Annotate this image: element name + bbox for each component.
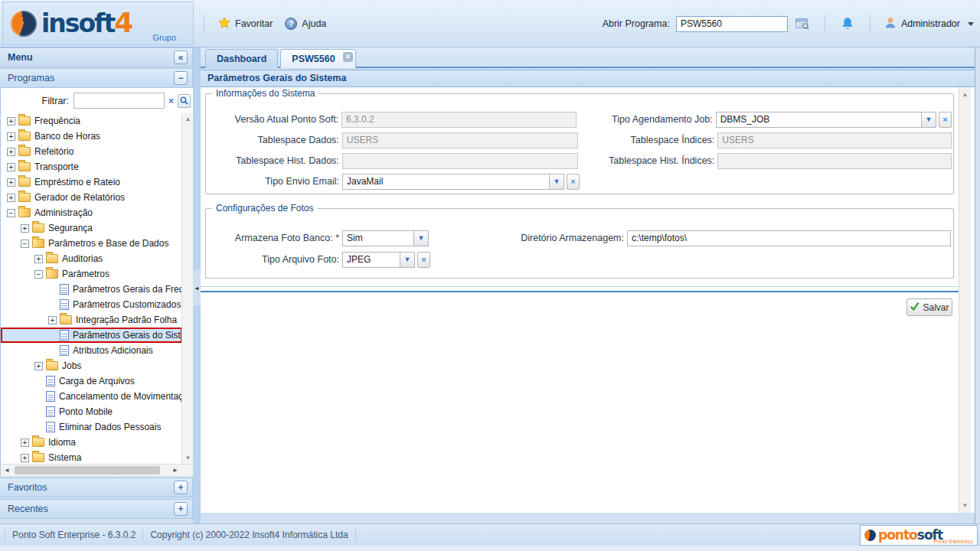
tree-vertical-scrollbar[interactable]: ▲ ▼ xyxy=(181,113,193,464)
expand-icon[interactable]: + xyxy=(7,178,15,187)
tree-item-eliminar-dados-pessoais[interactable]: Eliminar Dados Pessoais xyxy=(1,419,182,435)
tree-item-parâmetros-gerais-da-frequên[interactable]: Parâmetros Gerais da Frequên xyxy=(1,282,182,297)
sidebar-splitter[interactable]: ◄ xyxy=(193,47,201,523)
folder-icon xyxy=(32,223,44,233)
fieldset-informacoes-sistema: Informações do Sistema Versão Atual Pont… xyxy=(205,93,954,194)
open-program-input[interactable] xyxy=(676,16,788,32)
tipo-arquivo-foto-combobox[interactable]: JPEG ▼ xyxy=(342,252,415,268)
agendamento-combobox[interactable]: DBMS_JOB ▼ xyxy=(716,112,936,128)
tree-item-atributos-adicionais[interactable]: Atributos Adicionais xyxy=(1,343,182,358)
copyright-text: Copyright (c) 2000-2022 Insoft4 Informát… xyxy=(150,530,348,540)
tree-item-administração[interactable]: −Administração xyxy=(1,205,182,220)
program-tree: ▲ ▼ +Frequência+Banco de Horas+Refeitóri… xyxy=(0,113,193,464)
chevron-down-icon[interactable]: ▼ xyxy=(400,253,414,267)
recents-title: Recentes xyxy=(8,504,48,514)
tipo-envio-email-value: JavaMail xyxy=(343,174,549,189)
tree-item-frequência[interactable]: +Frequência xyxy=(1,113,182,129)
tree-item-parâmetros-customizados[interactable]: Parâmetros Customizados xyxy=(1,297,182,312)
tipo-envio-email-clear-icon[interactable]: × xyxy=(567,174,580,190)
tree-item-transporte[interactable]: +Transporte xyxy=(1,159,182,174)
diretorio-label: Diretório Armazenagem: xyxy=(434,233,624,243)
collapse-programs-button[interactable]: − xyxy=(174,71,188,85)
tree-item-refeitório[interactable]: +Refeitório xyxy=(1,144,182,159)
user-menu[interactable]: Administrador xyxy=(884,17,974,31)
tab-dashboard[interactable]: Dashboard xyxy=(205,49,278,68)
agendamento-clear-icon[interactable]: × xyxy=(939,112,952,128)
tipo-envio-email-combobox[interactable]: JavaMail ▼ xyxy=(342,174,564,190)
expand-icon[interactable]: + xyxy=(34,255,43,263)
tree-item-label: Parâmetros xyxy=(62,269,109,279)
expand-icon[interactable]: + xyxy=(7,148,15,156)
version-text: Ponto Soft Enterprise - 6.3.0.2 xyxy=(12,530,136,540)
close-tab-icon[interactable]: ✕ xyxy=(343,52,353,62)
content-vertical-scrollbar[interactable]: ▲ ▼ xyxy=(959,87,971,513)
tree-item-sistema[interactable]: +Sistema xyxy=(1,450,182,464)
collapse-icon[interactable]: − xyxy=(21,240,29,248)
tree-item-label: Parâmetros Gerais da Frequên xyxy=(73,284,182,295)
diretorio-input[interactable] xyxy=(627,230,951,246)
tree-item-cancelamento-de-movimentações[interactable]: Cancelamento de Movimentações xyxy=(1,389,182,404)
doc-icon xyxy=(60,330,69,341)
tree-item-banco-de-horas[interactable]: +Banco de Horas xyxy=(1,129,182,144)
add-favorite-button[interactable]: + xyxy=(174,481,188,494)
tree-item-ponto-mobile[interactable]: Ponto Mobile xyxy=(1,404,182,419)
scroll-down-icon[interactable]: ▼ xyxy=(182,452,193,464)
collapse-splitter-icon[interactable]: ◄ xyxy=(193,269,201,306)
expand-icon[interactable]: + xyxy=(7,132,15,141)
program-lookup-icon[interactable] xyxy=(794,17,811,31)
expand-icon[interactable]: + xyxy=(48,316,57,324)
tree-item-parâmetros[interactable]: −Parâmetros xyxy=(1,266,182,282)
programs-panel-header[interactable]: Programas − xyxy=(0,68,193,88)
search-icon[interactable] xyxy=(178,94,191,108)
tree-item-integração-padrão-folha[interactable]: +Integração Padrão Folha xyxy=(1,312,182,328)
tree-item-jobs[interactable]: +Jobs xyxy=(1,358,182,373)
tree-item-label: Transporte xyxy=(34,161,79,172)
tree-item-label: Administração xyxy=(34,207,93,218)
tree-horizontal-scrollbar[interactable]: ◄ ► xyxy=(0,464,193,476)
expand-icon[interactable]: + xyxy=(7,194,15,202)
favorite-button[interactable]: Favoritar xyxy=(212,14,279,34)
tree-item-empréstimo-e-rateio[interactable]: +Empréstimo e Rateio xyxy=(1,174,182,190)
scroll-right-icon[interactable]: ► xyxy=(169,465,181,476)
tree-item-carga-de-arquivos[interactable]: Carga de Arquivos xyxy=(1,373,182,389)
app-header: insoft4 Grupo Favoritar ? Ajuda Abrir Pr… xyxy=(0,0,980,47)
expand-icon[interactable]: + xyxy=(21,439,29,447)
tree-item-label: Gerador de Relatórios xyxy=(34,192,125,203)
recents-panel-header[interactable]: Recentes + xyxy=(0,499,193,519)
chevron-down-icon[interactable]: ▼ xyxy=(549,174,564,189)
scroll-left-icon[interactable]: ◄ xyxy=(1,465,13,476)
notification-bell-icon[interactable] xyxy=(839,15,856,32)
tree-item-parâmetros-e-base-de-dados[interactable]: −Parâmetros e Base de Dados xyxy=(1,236,182,251)
chevron-down-icon[interactable]: ▼ xyxy=(413,231,428,246)
programs-title: Programas xyxy=(8,73,54,83)
tree-item-parâmetros-gerais-do-sistema[interactable]: Parâmetros Gerais do Sistema xyxy=(1,328,182,343)
armazena-foto-combobox[interactable]: Sim ▼ xyxy=(342,230,429,246)
filter-input[interactable] xyxy=(74,93,165,109)
tree-item-segurança[interactable]: +Segurança xyxy=(1,220,182,236)
scroll-down-icon[interactable]: ▼ xyxy=(959,500,971,511)
scroll-up-icon[interactable]: ▲ xyxy=(959,89,971,100)
help-button[interactable]: ? Ajuda xyxy=(279,15,332,33)
tab-psw5560[interactable]: PSW5560 ✕ xyxy=(280,49,355,68)
expand-icon[interactable]: + xyxy=(7,117,15,126)
tipo-arquivo-foto-clear-icon[interactable]: × xyxy=(417,252,430,268)
add-recent-button[interactable]: + xyxy=(174,502,188,516)
tree-item-idioma[interactable]: +Idioma xyxy=(1,435,182,450)
scroll-up-icon[interactable]: ▲ xyxy=(182,113,193,125)
tree-item-gerador-de-relatórios[interactable]: +Gerador de Relatórios xyxy=(1,190,182,205)
scrollbar-thumb[interactable] xyxy=(15,466,160,474)
favorites-panel-header[interactable]: Favoritos + xyxy=(0,478,193,497)
collapse-icon[interactable]: − xyxy=(7,209,15,217)
chevron-down-icon[interactable]: ▼ xyxy=(921,112,936,127)
collapse-sidebar-button[interactable]: « xyxy=(174,51,188,64)
expand-icon[interactable]: + xyxy=(21,454,29,462)
expand-icon[interactable]: + xyxy=(7,163,15,171)
collapse-icon[interactable]: − xyxy=(34,270,43,279)
doc-icon xyxy=(46,406,55,417)
filter-clear-icon[interactable]: × xyxy=(165,96,178,106)
check-icon xyxy=(910,302,920,313)
tree-item-auditorias[interactable]: +Auditorias xyxy=(1,251,182,266)
expand-icon[interactable]: + xyxy=(21,224,29,233)
save-button[interactable]: Salvar xyxy=(906,298,952,316)
expand-icon[interactable]: + xyxy=(34,362,43,370)
